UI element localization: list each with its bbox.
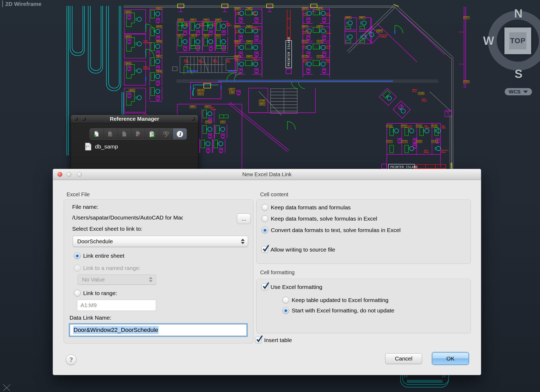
checkbox-checked-icon[interactable] (261, 246, 268, 253)
cubicle-strip-right-of-printer (303, 8, 330, 77)
cubicle-block-left (177, 21, 228, 52)
data-link-name-label: Data Link Name: (70, 315, 111, 321)
insert-table-checkbox[interactable]: Insert table (255, 337, 292, 343)
edit-reference-button[interactable] (104, 128, 118, 139)
keep-formats-formulas-radio[interactable]: Keep data formats and formulas (261, 204, 351, 211)
browse-button[interactable]: ... (237, 213, 251, 224)
door-arc (287, 121, 295, 130)
right-office-cluster (387, 115, 452, 168)
dwg-file-icon (85, 143, 92, 151)
named-range-popup-value: No Value (82, 276, 105, 283)
file-name-label: File name: (72, 204, 98, 210)
parking-structure-bottom (400, 373, 449, 387)
printer-island-horizontal: PRINTER ISLAND (382, 164, 446, 169)
wcs-dropdown[interactable]: WCS (505, 88, 532, 95)
render-mode-text: 2D Wireframe (5, 1, 41, 7)
sheet-popup-value: DoorSchedule (77, 238, 113, 245)
radio-icon[interactable] (282, 297, 289, 304)
help-button[interactable]: ? (66, 354, 76, 365)
reload-reference-icon (149, 131, 156, 138)
viewcube-face-label: TOP (509, 32, 526, 49)
cell-formatting-section-label: Cell formatting (260, 269, 295, 276)
svg-text:PRINTER ISLAND: PRINTER ISLAND (287, 37, 290, 66)
ok-button[interactable]: OK (432, 352, 469, 364)
cancel-button[interactable]: Cancel (385, 353, 422, 364)
open-reference-icon (121, 131, 128, 138)
new-excel-data-link-dialog: New Excel Data Link Excel File File name… (53, 169, 481, 375)
palette-title: Reference Manager (110, 116, 159, 122)
edit-reference-icon (107, 131, 114, 138)
reference-item-label: db_samp (95, 143, 118, 150)
corridor (176, 73, 438, 89)
radio-icon[interactable] (74, 290, 81, 297)
stairs-1 (172, 57, 237, 73)
selected-text: Door&Window22_DoorSchedule (73, 326, 159, 334)
convert-to-text-radio[interactable]: Convert data formats to text, solve form… (261, 227, 401, 234)
ucs-icon (3, 385, 10, 391)
palette-toolbar: i (90, 128, 187, 140)
palette-titlebar[interactable]: Reference Manager (71, 115, 198, 123)
minimize-button[interactable] (67, 172, 71, 177)
reload-reference-button[interactable] (145, 128, 159, 139)
repath-reference-button[interactable] (159, 128, 173, 139)
radio-selected-icon[interactable] (74, 252, 81, 259)
radio-selected-icon[interactable] (261, 227, 268, 234)
detach-reference-icon (135, 131, 142, 138)
popup-stepper-icon (241, 239, 245, 244)
radio-icon[interactable] (261, 204, 268, 211)
palette-options-button[interactable] (191, 116, 196, 121)
printer-island-vertical: PRINTER ISLAND (286, 10, 292, 74)
stairs-2 (271, 89, 297, 113)
select-sheet-label: Select Excel sheet to link to: (72, 226, 142, 232)
viewcube-north[interactable]: N (514, 7, 523, 20)
keep-table-updated-radio[interactable]: Keep table updated to Excel formatting (282, 297, 388, 304)
sheet-popup[interactable]: DoorSchedule (73, 236, 248, 247)
link-named-range-radio: Link to a named range: (74, 265, 141, 272)
cell-content-section-label: Cell content (260, 191, 288, 198)
reference-info-button[interactable]: i (173, 128, 187, 139)
viewcube[interactable]: N W S TOP (488, 11, 540, 71)
viewcube-west[interactable]: W (483, 34, 494, 48)
zoom-button[interactable] (77, 172, 82, 177)
svg-text:PRINTER ISLAND: PRINTER ISLAND (390, 165, 418, 168)
palette-collapse-button[interactable] (82, 116, 87, 121)
dialog-title: New Excel Data Link (242, 171, 292, 178)
checkbox-checked-icon[interactable] (261, 284, 268, 290)
named-range-popup: No Value (78, 275, 156, 285)
viewcube-face[interactable]: TOP (504, 28, 531, 54)
wcs-label: WCS (509, 89, 520, 95)
radio-icon[interactable] (261, 215, 268, 222)
radio-selected-icon[interactable] (282, 307, 289, 314)
close-button[interactable] (57, 172, 62, 177)
file-path-text: /Users/sapatar/Documents/AutoCAD for Mac… (72, 214, 183, 221)
repath-reference-icon (163, 131, 169, 138)
cubicle-column-b (150, 9, 162, 101)
reference-item-row[interactable]: db_samp (85, 143, 118, 151)
use-excel-formatting-checkbox[interactable]: Use Excel formatting (261, 284, 322, 290)
allow-writing-checkbox[interactable]: Allow writing to source file (261, 246, 335, 253)
attach-reference-button[interactable] (90, 128, 104, 139)
popup-stepper-icon (149, 277, 153, 282)
chevron-down-icon (523, 91, 528, 93)
autocad-viewport: / (0, 0, 540, 392)
render-mode-label[interactable]: 2D Wireframe (2, 1, 41, 7)
start-with-formatting-radio[interactable]: Start with Excel formatting, do not upda… (282, 307, 394, 314)
palette-close-button[interactable] (74, 116, 79, 121)
corner-rooms-top-right (345, 18, 372, 44)
checkbox-checked-icon[interactable] (255, 337, 262, 343)
diagonal-wing (363, 11, 451, 118)
cubicle-strip-middle (235, 8, 262, 77)
open-reference-button[interactable] (118, 128, 132, 139)
reference-manager-palette[interactable]: Reference Manager (71, 115, 198, 173)
link-entire-sheet-radio[interactable]: Link entire sheet (74, 252, 124, 259)
keep-formats-solve-radio[interactable]: Keep data formats, solve formulas in Exc… (261, 215, 377, 222)
range-input[interactable]: A1:M9 (77, 300, 156, 311)
data-link-name-input[interactable]: Door&Window22_DoorSchedule (70, 324, 247, 336)
link-to-range-radio[interactable]: Link to range: (74, 290, 117, 297)
excel-file-section-label: Excel File (67, 191, 90, 198)
dialog-titlebar[interactable]: New Excel Data Link (53, 169, 481, 180)
storage-rooms (228, 88, 315, 152)
door-frames (179, 8, 452, 117)
detach-reference-button[interactable] (132, 128, 145, 139)
viewcube-south[interactable]: S (515, 67, 522, 81)
